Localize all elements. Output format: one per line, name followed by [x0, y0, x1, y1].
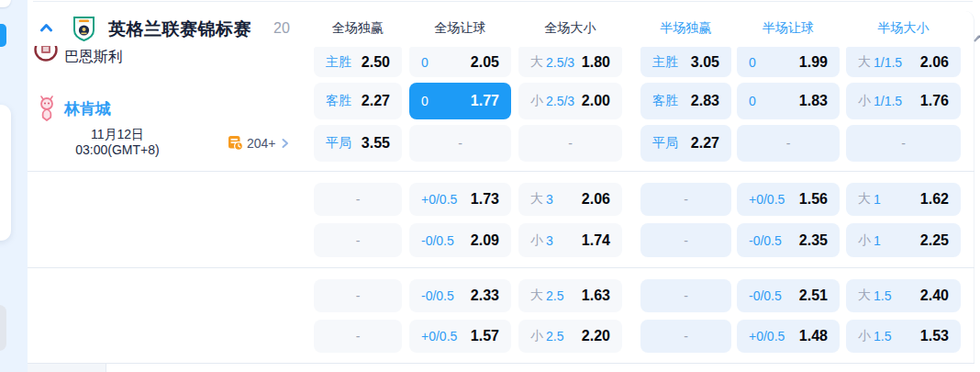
odds-cell[interactable]: 主胜3.05	[640, 47, 731, 77]
row-divider	[28, 267, 974, 268]
next-section-edge	[28, 364, 974, 372]
odds-cell-empty: -	[314, 183, 402, 216]
odds-cell[interactable]: +0/0.51.56	[737, 183, 840, 216]
pin-cursor-icon[interactable]	[973, 28, 980, 43]
odds-cell[interactable]: 大1/1.52.06	[846, 47, 961, 77]
odds-cell[interactable]: 01.83	[737, 83, 840, 119]
odds-cell-empty: -	[518, 125, 622, 162]
column-header-3: 全场大小	[518, 20, 622, 37]
background-card-edge	[0, 305, 6, 351]
next-section-divider	[106, 364, 106, 372]
row-divider	[28, 171, 974, 172]
odds-row: --0/0.52.33大2.51.63--0/0.52.51大1.52.40	[28, 279, 961, 312]
odds-cell[interactable]: +0/0.51.73	[409, 183, 511, 216]
league-logo-icon	[73, 17, 95, 41]
odds-cell-empty: -	[846, 125, 961, 162]
odds-cell[interactable]: 大2.51.63	[518, 279, 622, 312]
league-name[interactable]: 英格兰联赛锦标赛	[108, 17, 251, 41]
odds-cell-empty: -	[640, 183, 731, 216]
section-divider	[33, 1, 973, 2]
odds-row: 主胜2.5002.05大2.5/31.80主胜3.0501.99大1/1.52.…	[28, 47, 961, 77]
odds-cell[interactable]: 大32.06	[518, 183, 622, 216]
odds-cell-empty: -	[640, 320, 731, 353]
league-header-row: 英格兰联赛锦标赛 20 全场独赢全场让球全场大小半场独赢半场让球半场大小	[28, 11, 961, 46]
odds-cell[interactable]: -0/0.52.35	[737, 223, 840, 257]
column-header-2: 全场让球	[409, 20, 511, 37]
column-header-5: 半场让球	[737, 20, 840, 37]
odds-row: -+0/0.51.73大32.06-+0/0.51.56大11.62	[28, 183, 961, 216]
odds-row: --0/0.52.09小31.74--0/0.52.35小12.25	[28, 223, 961, 257]
odds-cell-empty: -	[314, 223, 402, 257]
odds-cell[interactable]: -0/0.52.33	[409, 279, 511, 312]
league-panel: 英格兰联赛锦标赛 20 全场独赢全场让球全场大小半场独赢半场让球半场大小 巴恩斯…	[28, 11, 974, 372]
odds-cell[interactable]: +0/0.51.48	[737, 320, 840, 353]
next-section-label-column	[28, 364, 106, 372]
odds-row: 客胜2.2701.77小2.5/32.00客胜2.8301.83小1/1.51.…	[28, 83, 961, 119]
odds-cell[interactable]: 平局2.27	[640, 125, 731, 162]
odds-cell[interactable]: 大11.62	[846, 183, 961, 216]
column-header-1: 全场独赢	[314, 20, 402, 37]
odds-cell[interactable]: 02.05	[409, 47, 511, 77]
odds-cell[interactable]: 主胜2.50	[314, 47, 402, 77]
odds-cell[interactable]: 小1/1.51.76	[846, 83, 961, 119]
column-header-6: 半场大小	[846, 20, 961, 37]
page-left-gutter	[0, 0, 28, 372]
odds-cell-selected[interactable]: 01.77	[409, 83, 511, 119]
odds-cell[interactable]: 小2.52.20	[518, 320, 622, 353]
odds-cell[interactable]: -0/0.52.51	[737, 279, 840, 312]
odds-cell[interactable]: 客胜2.83	[640, 83, 731, 119]
odds-cell-empty: -	[640, 279, 731, 312]
odds-cell[interactable]: 平局3.55	[314, 125, 402, 162]
odds-cell[interactable]: 大2.5/31.80	[518, 47, 622, 77]
league-header-left: 英格兰联赛锦标赛 20	[28, 11, 314, 46]
collapse-chevron-up-icon[interactable]	[39, 20, 54, 36]
odds-row: -+0/0.51.57小2.52.20-+0/0.51.48小1.51.53	[28, 320, 961, 353]
odds-cell[interactable]: 小1.51.53	[846, 320, 961, 353]
league-match-count: 20	[273, 20, 290, 37]
odds-cell[interactable]: 小2.5/32.00	[518, 83, 622, 119]
side-widget-button[interactable]	[0, 24, 6, 47]
odds-cell[interactable]: +0/0.51.57	[409, 320, 511, 353]
odds-cell[interactable]: 小12.25	[846, 223, 961, 257]
odds-cell-empty: -	[409, 125, 511, 162]
odds-cell[interactable]: -0/0.52.09	[409, 223, 511, 257]
odds-cell-empty: -	[640, 223, 731, 257]
odds-cell-empty: -	[314, 279, 402, 312]
odds-cell-empty: -	[314, 320, 402, 353]
odds-cell[interactable]: 小31.74	[518, 223, 622, 257]
background-card-edge	[0, 0, 11, 7]
odds-cell[interactable]: 01.99	[737, 47, 840, 77]
odds-cell[interactable]: 大1.52.40	[846, 279, 961, 312]
background-card-edge	[0, 105, 11, 241]
odds-cell-empty: -	[737, 125, 840, 162]
odds-cell[interactable]: 客胜2.27	[314, 83, 402, 119]
odds-row: 平局3.55--平局2.27--	[28, 125, 961, 162]
column-header-4: 半场独赢	[640, 20, 731, 37]
